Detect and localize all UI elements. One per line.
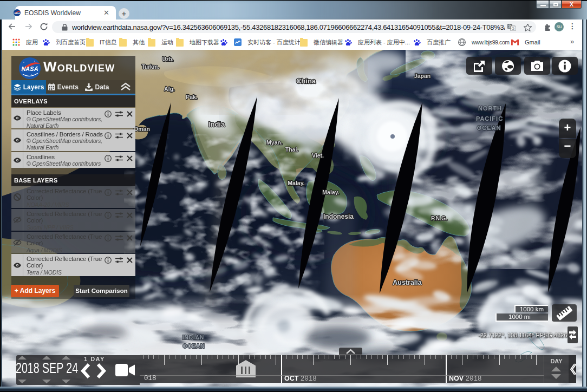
svg-text:OCEAN: OCEAN <box>477 125 501 131</box>
svg-text:G: G <box>512 26 515 31</box>
svg-text:India: India <box>208 120 225 128</box>
svg-text:Malay.: Malay. <box>322 189 339 195</box>
svg-text:Indonesia: Indonesia <box>323 213 354 220</box>
svg-text:Uzb.: Uzb. <box>162 56 173 62</box>
svg-text:PACIFIC: PACIFIC <box>476 115 503 122</box>
svg-text:Thai.: Thai. <box>285 146 299 153</box>
svg-text:P.N.G.: P.N.G. <box>431 215 447 221</box>
svg-text:Myan.: Myan. <box>266 139 283 146</box>
svg-text:Viet.: Viet. <box>312 152 324 159</box>
svg-text:NORTH: NORTH <box>478 105 502 112</box>
svg-text:NASA: NASA <box>21 66 38 72</box>
svg-text:China: China <box>296 77 316 85</box>
svg-text:Malay.: Malay. <box>288 180 304 186</box>
svg-text:OCEAN: OCEAN <box>182 343 205 349</box>
svg-text:NASA: NASA <box>14 12 20 15</box>
svg-text:Turkm.: Turkm. <box>142 64 160 70</box>
svg-text:Afg.: Afg. <box>164 86 175 92</box>
svg-text:Oman: Oman <box>134 126 150 132</box>
svg-text:INDIAN: INDIAN <box>182 335 204 341</box>
svg-text:Japan: Japan <box>414 73 431 79</box>
svg-text:Pak.: Pak. <box>186 94 198 100</box>
svg-text:Australia: Australia <box>393 279 422 286</box>
